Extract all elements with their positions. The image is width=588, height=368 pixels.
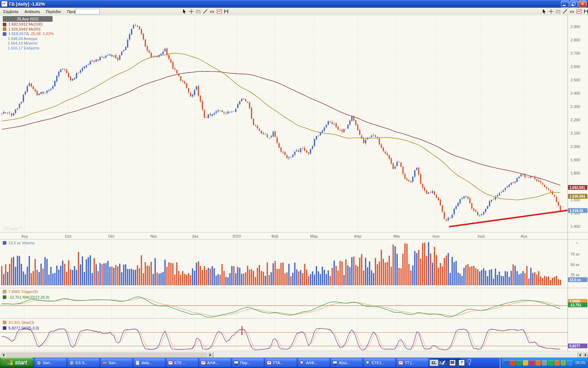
menu-Ανάλυση[interactable]: Ανάλυση bbox=[21, 8, 43, 15]
start-label: start bbox=[15, 360, 27, 366]
menu-Περίοδοι[interactable]: Περίοδοι bbox=[43, 8, 64, 15]
legend-swatch bbox=[3, 32, 6, 36]
chart-icon[interactable] bbox=[216, 8, 222, 14]
crosshair-icon[interactable] bbox=[188, 8, 194, 14]
taskbar-button-label: Sarr... bbox=[43, 361, 53, 365]
taskbar-button-3[interactable]: Sarr... bbox=[101, 359, 132, 367]
globe-icon bbox=[69, 360, 74, 365]
language-bar-restore-icon[interactable]: ❐▼ bbox=[468, 359, 471, 367]
taskbar-button-label: Αξιώ... bbox=[339, 361, 350, 365]
taskbar-button-6[interactable]: ΑΛΦ... bbox=[200, 359, 231, 367]
legend-row: 1.692,5912 Με(100) bbox=[3, 22, 54, 27]
taskbar-button-10[interactable]: Αξιώ... bbox=[331, 359, 362, 367]
chart-canvas[interactable]: 2.9002.8002.7002.6002.5002.4002.3002.200… bbox=[0, 15, 588, 352]
users-icon[interactable] bbox=[517, 360, 522, 366]
system-tray: 06:05 bbox=[500, 357, 588, 368]
taskbar-button-7[interactable]: Παρ... bbox=[232, 359, 264, 367]
help-icon[interactable]: ? bbox=[458, 360, 465, 366]
monitor-icon bbox=[234, 360, 239, 365]
tool-icon bbox=[102, 360, 107, 365]
chart-icon-2[interactable] bbox=[576, 8, 582, 14]
taskbar-button-8[interactable]: FTA... bbox=[265, 359, 296, 367]
trendline-icon-2[interactable] bbox=[562, 8, 568, 14]
taskbar-button-label: ΕΤΕ1... bbox=[372, 361, 385, 365]
y-axis-tick: 2.400 bbox=[570, 91, 580, 95]
x-axis-month-label: Νοε bbox=[150, 234, 157, 238]
chart-icon bbox=[201, 360, 206, 365]
dots-icon[interactable] bbox=[209, 8, 215, 14]
utility-icon[interactable] bbox=[567, 360, 572, 366]
taskbar-button-label: ΤΤ [... bbox=[405, 361, 415, 365]
taskbar-button-label: Παρ... bbox=[240, 361, 251, 365]
stoch-slow-header: 10,301 Slow(3) bbox=[3, 320, 34, 325]
stoch-tag: 5,8277 bbox=[569, 344, 580, 348]
alert-icon[interactable] bbox=[536, 360, 541, 366]
restore-button[interactable] bbox=[570, 1, 578, 7]
legend-text: 1.626,5942 Με(50) bbox=[8, 27, 41, 32]
y-axis-tick: 2.700 bbox=[570, 51, 580, 55]
menu-Σύμβολα[interactable]: Σύμβολα bbox=[0, 8, 21, 15]
x-axis-month-label: Ιουν bbox=[433, 234, 440, 238]
crosshair-icon-2[interactable] bbox=[548, 8, 554, 14]
symbol-input[interactable] bbox=[75, 9, 100, 14]
chart-icon bbox=[398, 360, 403, 365]
taskbar-button-11[interactable]: ΕΤΕ1... bbox=[364, 359, 395, 367]
taskbar-button-1[interactable]: Sarr... bbox=[35, 359, 66, 367]
legend-row: 1.548,34 Ανοιγμα bbox=[3, 36, 54, 41]
taskbar-button-2[interactable]: ES S... bbox=[68, 359, 99, 367]
legend-row: 1.626,5942 Με(50) bbox=[3, 27, 54, 32]
y-axis-tick: 2.800 bbox=[570, 38, 580, 42]
antivirus-icon[interactable] bbox=[510, 360, 516, 366]
language-indicator[interactable]: EL bbox=[430, 360, 438, 366]
network-icon[interactable] bbox=[504, 360, 509, 366]
volume-header: 13,5 εκ Volume bbox=[3, 241, 35, 245]
pane-close-icon[interactable]: ✕ bbox=[575, 241, 578, 245]
pointer-icon-2[interactable] bbox=[541, 8, 547, 14]
chart-legend: 1.692,5912 Με(100)1.626,5942 Με(50)1.519… bbox=[3, 22, 54, 50]
horizontal-scrollbar[interactable] bbox=[0, 352, 588, 357]
pointer-icon[interactable] bbox=[181, 8, 187, 14]
textbox-icon[interactable] bbox=[195, 8, 201, 14]
x-axis-month-label: Μαι bbox=[393, 234, 400, 238]
globe-icon bbox=[36, 360, 41, 365]
taskbar-button-label: ΕΤΕ ... bbox=[174, 361, 186, 365]
legend-text: 1.519,15 ΓΔ bbox=[8, 32, 30, 36]
volume-icon[interactable] bbox=[542, 360, 547, 366]
save-icon-2[interactable] bbox=[583, 8, 588, 14]
price-tag: 1.626,594 bbox=[569, 195, 585, 198]
keyboard-icon[interactable] bbox=[449, 360, 456, 366]
legend-swatch bbox=[3, 23, 6, 26]
stoch-annotation-mark bbox=[241, 326, 243, 335]
application-window: ΓΔ [daily] -1,82% ✕ ΣύμβολαΑνάλυσηΠερίοδ… bbox=[0, 0, 588, 368]
shield-icon[interactable] bbox=[523, 360, 528, 366]
media-icon[interactable] bbox=[548, 360, 553, 366]
windows-logo-icon bbox=[7, 360, 13, 366]
close-button[interactable]: ✕ bbox=[579, 1, 587, 7]
legend-swatch bbox=[3, 27, 6, 31]
macd-header: -12,751 MACD(12,26,9) bbox=[3, 295, 49, 299]
minimize-button[interactable] bbox=[561, 1, 569, 7]
taskbar-button-9[interactable]: ΑΛΦ... bbox=[298, 359, 329, 367]
price-tag: 1.692,591 bbox=[569, 186, 585, 190]
save-icon[interactable] bbox=[223, 8, 229, 14]
x-axis-month-label: Φεβ bbox=[271, 234, 278, 238]
updater-icon[interactable] bbox=[554, 360, 560, 366]
y-axis-tick: 2.200 bbox=[570, 118, 580, 122]
graphics-icon[interactable] bbox=[561, 360, 566, 366]
x-axis-month-label: Ιουλ bbox=[478, 234, 485, 238]
textbox-icon-2[interactable] bbox=[555, 8, 561, 14]
trendline-icon[interactable] bbox=[202, 8, 208, 14]
taskbar-button-4[interactable]: daily... bbox=[134, 359, 165, 367]
pen-icon[interactable] bbox=[441, 360, 447, 366]
taskbar-button-5[interactable]: ΕΤΕ ... bbox=[167, 359, 198, 367]
x-axis-month-label: Σεπ bbox=[65, 234, 72, 238]
title-bar: ΓΔ [daily] -1,82% ✕ bbox=[0, 0, 588, 8]
start-button[interactable]: start bbox=[0, 357, 34, 368]
taskbar-button-12[interactable]: ΤΤ [... bbox=[397, 359, 428, 367]
x-axis-month-label: Δεκ bbox=[192, 234, 198, 238]
stoch-header: 5,8277 StO(5,3,3) bbox=[3, 326, 39, 330]
volume-tick: 25 εκ bbox=[570, 273, 580, 277]
magnifier-icon bbox=[365, 360, 370, 365]
messenger-icon[interactable] bbox=[529, 360, 534, 366]
dots-icon-2[interactable] bbox=[569, 8, 575, 14]
